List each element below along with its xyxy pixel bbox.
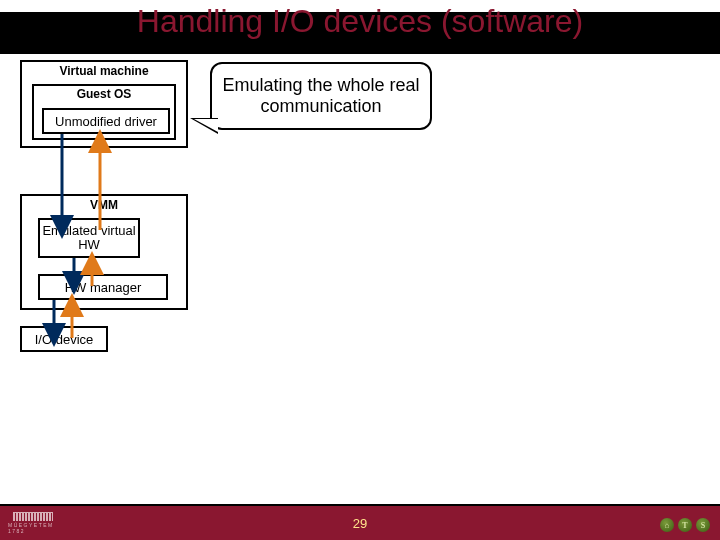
callout-bubble: Emulating the whole real communication (210, 62, 432, 130)
slide: Handling I/O devices (software) Virtual … (0, 0, 720, 540)
io-device-box: I/O device (20, 326, 108, 352)
logo-dot: S (696, 518, 710, 532)
logo-dot: ⌂ (660, 518, 674, 532)
slide-title: Handling I/O devices (software) (0, 3, 720, 40)
callout-tail (190, 118, 220, 136)
virtual-machine-label: Virtual machine (22, 64, 186, 78)
vmm-label: VMM (22, 198, 186, 212)
hw-manager-box: HW manager (38, 274, 168, 300)
university-logo-text: MŰEGYETEM 1782 (8, 522, 58, 534)
vmm-box: VMM Emulated virtual HW HW manager (20, 194, 188, 310)
emulated-virtual-hw-box: Emulated virtual HW (38, 218, 140, 258)
department-logo: ⌂ T S (660, 518, 710, 532)
virtual-machine-box: Virtual machine Guest OS Unmodified driv… (20, 60, 188, 148)
page-number: 29 (0, 516, 720, 531)
logo-dot: T (678, 518, 692, 532)
university-logo: MŰEGYETEM 1782 (8, 512, 58, 534)
building-icon (13, 512, 53, 521)
unmodified-driver-box: Unmodified driver (42, 108, 170, 134)
guest-os-label: Guest OS (34, 87, 174, 101)
guest-os-box: Guest OS Unmodified driver (32, 84, 176, 140)
